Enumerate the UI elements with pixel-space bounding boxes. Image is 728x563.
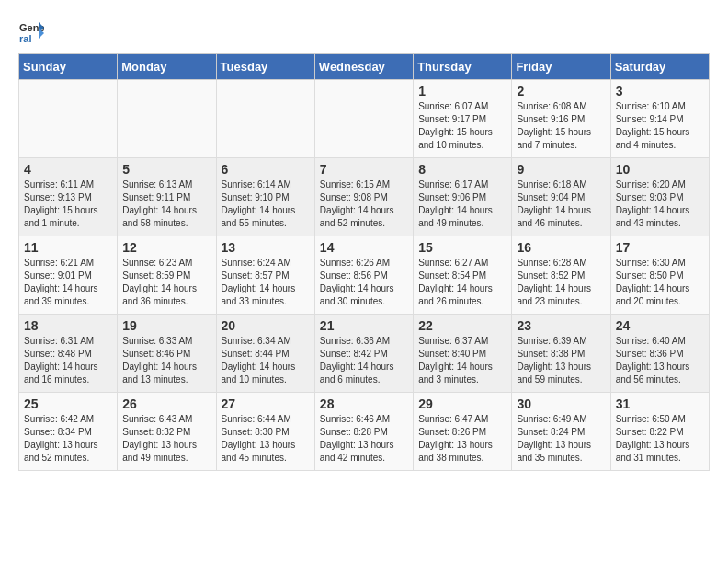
day-cell: 8Sunrise: 6:17 AM Sunset: 9:06 PM Daylig… xyxy=(414,158,512,236)
day-cell xyxy=(314,80,413,158)
day-info: Sunrise: 6:28 AM Sunset: 8:52 PM Dayligh… xyxy=(517,257,605,308)
day-cell: 5Sunrise: 6:13 AM Sunset: 9:11 PM Daylig… xyxy=(118,158,216,236)
day-cell: 29Sunrise: 6:47 AM Sunset: 8:26 PM Dayli… xyxy=(414,393,512,471)
day-cell: 3Sunrise: 6:10 AM Sunset: 9:14 PM Daylig… xyxy=(610,80,709,158)
day-info: Sunrise: 6:33 AM Sunset: 8:46 PM Dayligh… xyxy=(122,335,210,386)
day-number: 29 xyxy=(418,396,506,411)
day-number: 4 xyxy=(24,162,112,177)
day-cell: 28Sunrise: 6:46 AM Sunset: 8:28 PM Dayli… xyxy=(314,393,413,471)
day-cell: 9Sunrise: 6:18 AM Sunset: 9:04 PM Daylig… xyxy=(512,158,610,236)
day-info: Sunrise: 6:13 AM Sunset: 9:11 PM Dayligh… xyxy=(122,178,210,230)
day-cell: 13Sunrise: 6:24 AM Sunset: 8:57 PM Dayli… xyxy=(216,236,314,315)
svg-text:ral: ral xyxy=(19,33,31,44)
day-info: Sunrise: 6:50 AM Sunset: 8:22 PM Dayligh… xyxy=(616,413,704,465)
day-cell xyxy=(118,80,216,158)
day-cell: 11Sunrise: 6:21 AM Sunset: 9:01 PM Dayli… xyxy=(19,236,118,315)
day-cell xyxy=(19,80,118,158)
day-number: 25 xyxy=(24,396,112,411)
day-info: Sunrise: 6:07 AM Sunset: 9:17 PM Dayligh… xyxy=(418,100,506,152)
day-cell: 7Sunrise: 6:15 AM Sunset: 9:08 PM Daylig… xyxy=(314,158,413,236)
week-row-2: 4Sunrise: 6:11 AM Sunset: 9:13 PM Daylig… xyxy=(19,158,710,236)
day-cell: 6Sunrise: 6:14 AM Sunset: 9:10 PM Daylig… xyxy=(216,158,314,236)
day-cell: 1Sunrise: 6:07 AM Sunset: 9:17 PM Daylig… xyxy=(414,80,512,158)
header-cell-monday: Monday xyxy=(118,54,216,80)
day-cell: 18Sunrise: 6:31 AM Sunset: 8:48 PM Dayli… xyxy=(19,315,118,393)
day-info: Sunrise: 6:44 AM Sunset: 8:30 PM Dayligh… xyxy=(222,413,310,465)
header-cell-friday: Friday xyxy=(512,54,610,80)
day-cell: 2Sunrise: 6:08 AM Sunset: 9:16 PM Daylig… xyxy=(512,80,610,158)
day-number: 24 xyxy=(616,318,704,333)
header-cell-tuesday: Tuesday xyxy=(216,54,314,80)
day-info: Sunrise: 6:08 AM Sunset: 9:16 PM Dayligh… xyxy=(517,100,605,152)
day-number: 26 xyxy=(122,396,210,411)
logo-icon: Gene ral xyxy=(18,18,44,44)
day-info: Sunrise: 6:42 AM Sunset: 8:34 PM Dayligh… xyxy=(24,413,112,465)
day-number: 18 xyxy=(24,318,112,333)
day-number: 22 xyxy=(418,318,506,333)
day-number: 3 xyxy=(616,84,704,98)
header-cell-sunday: Sunday xyxy=(19,54,118,80)
day-number: 11 xyxy=(24,240,112,255)
week-row-1: 1Sunrise: 6:07 AM Sunset: 9:17 PM Daylig… xyxy=(19,80,710,158)
day-cell: 27Sunrise: 6:44 AM Sunset: 8:30 PM Dayli… xyxy=(216,393,314,471)
day-info: Sunrise: 6:15 AM Sunset: 9:08 PM Dayligh… xyxy=(320,178,408,230)
day-info: Sunrise: 6:26 AM Sunset: 8:56 PM Dayligh… xyxy=(320,257,408,308)
day-number: 31 xyxy=(616,396,704,411)
day-cell: 23Sunrise: 6:39 AM Sunset: 8:38 PM Dayli… xyxy=(512,315,610,393)
day-cell: 10Sunrise: 6:20 AM Sunset: 9:03 PM Dayli… xyxy=(610,158,709,236)
day-info: Sunrise: 6:39 AM Sunset: 8:38 PM Dayligh… xyxy=(517,335,605,386)
day-info: Sunrise: 6:18 AM Sunset: 9:04 PM Dayligh… xyxy=(517,178,605,230)
day-number: 8 xyxy=(418,162,506,177)
day-number: 21 xyxy=(320,318,408,333)
day-info: Sunrise: 6:30 AM Sunset: 8:50 PM Dayligh… xyxy=(616,257,704,308)
header-cell-thursday: Thursday xyxy=(414,54,512,80)
day-cell: 24Sunrise: 6:40 AM Sunset: 8:36 PM Dayli… xyxy=(610,315,709,393)
day-number: 1 xyxy=(418,84,506,98)
day-number: 20 xyxy=(222,318,310,333)
day-info: Sunrise: 6:27 AM Sunset: 8:54 PM Dayligh… xyxy=(418,257,506,308)
day-cell: 20Sunrise: 6:34 AM Sunset: 8:44 PM Dayli… xyxy=(216,315,314,393)
day-info: Sunrise: 6:47 AM Sunset: 8:26 PM Dayligh… xyxy=(418,413,506,465)
day-number: 5 xyxy=(122,162,210,177)
day-info: Sunrise: 6:36 AM Sunset: 8:42 PM Dayligh… xyxy=(320,335,408,386)
day-number: 12 xyxy=(122,240,210,255)
day-info: Sunrise: 6:10 AM Sunset: 9:14 PM Dayligh… xyxy=(616,100,704,152)
day-info: Sunrise: 6:24 AM Sunset: 8:57 PM Dayligh… xyxy=(222,257,310,308)
week-row-3: 11Sunrise: 6:21 AM Sunset: 9:01 PM Dayli… xyxy=(19,236,710,315)
day-cell: 4Sunrise: 6:11 AM Sunset: 9:13 PM Daylig… xyxy=(19,158,118,236)
day-cell: 22Sunrise: 6:37 AM Sunset: 8:40 PM Dayli… xyxy=(414,315,512,393)
day-number: 10 xyxy=(616,162,704,177)
day-number: 14 xyxy=(320,240,408,255)
header: Gene ral xyxy=(18,18,710,44)
week-row-4: 18Sunrise: 6:31 AM Sunset: 8:48 PM Dayli… xyxy=(19,315,710,393)
day-cell: 25Sunrise: 6:42 AM Sunset: 8:34 PM Dayli… xyxy=(19,393,118,471)
day-info: Sunrise: 6:40 AM Sunset: 8:36 PM Dayligh… xyxy=(616,335,704,386)
day-number: 19 xyxy=(122,318,210,333)
day-info: Sunrise: 6:43 AM Sunset: 8:32 PM Dayligh… xyxy=(122,413,210,465)
day-cell: 19Sunrise: 6:33 AM Sunset: 8:46 PM Dayli… xyxy=(118,315,216,393)
day-number: 13 xyxy=(222,240,310,255)
day-cell xyxy=(216,80,314,158)
day-number: 2 xyxy=(517,84,605,98)
header-cell-wednesday: Wednesday xyxy=(314,54,413,80)
day-cell: 26Sunrise: 6:43 AM Sunset: 8:32 PM Dayli… xyxy=(118,393,216,471)
day-info: Sunrise: 6:31 AM Sunset: 8:48 PM Dayligh… xyxy=(24,335,112,386)
day-number: 6 xyxy=(222,162,310,177)
day-cell: 30Sunrise: 6:49 AM Sunset: 8:24 PM Dayli… xyxy=(512,393,610,471)
day-cell: 14Sunrise: 6:26 AM Sunset: 8:56 PM Dayli… xyxy=(314,236,413,315)
day-cell: 15Sunrise: 6:27 AM Sunset: 8:54 PM Dayli… xyxy=(414,236,512,315)
day-info: Sunrise: 6:46 AM Sunset: 8:28 PM Dayligh… xyxy=(320,413,408,465)
header-cell-saturday: Saturday xyxy=(610,54,709,80)
day-number: 7 xyxy=(320,162,408,177)
day-cell: 12Sunrise: 6:23 AM Sunset: 8:59 PM Dayli… xyxy=(118,236,216,315)
day-info: Sunrise: 6:14 AM Sunset: 9:10 PM Dayligh… xyxy=(222,178,310,230)
day-info: Sunrise: 6:17 AM Sunset: 9:06 PM Dayligh… xyxy=(418,178,506,230)
day-number: 28 xyxy=(320,396,408,411)
day-info: Sunrise: 6:21 AM Sunset: 9:01 PM Dayligh… xyxy=(24,257,112,308)
day-info: Sunrise: 6:23 AM Sunset: 8:59 PM Dayligh… xyxy=(122,257,210,308)
logo: Gene ral xyxy=(18,18,48,44)
calendar-table: SundayMondayTuesdayWednesdayThursdayFrid… xyxy=(18,53,710,471)
week-row-5: 25Sunrise: 6:42 AM Sunset: 8:34 PM Dayli… xyxy=(19,393,710,471)
day-number: 16 xyxy=(517,240,605,255)
day-info: Sunrise: 6:37 AM Sunset: 8:40 PM Dayligh… xyxy=(418,335,506,386)
